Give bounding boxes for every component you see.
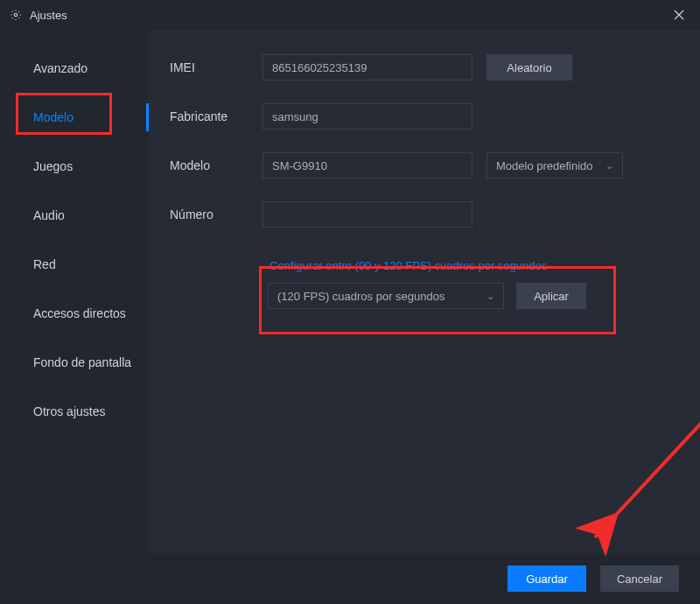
random-button[interactable]: Aleatorio xyxy=(486,54,572,81)
label-fabricante: Fabricante xyxy=(170,109,262,123)
input-imei[interactable] xyxy=(262,54,472,81)
save-button[interactable]: Guardar xyxy=(508,565,586,592)
sidebar-item-label: Juegos xyxy=(33,159,73,173)
row-fabricante: Fabricante xyxy=(170,103,679,130)
fps-block: Configurar entre (90 y 120 FPS) cuadros … xyxy=(262,250,609,321)
sidebar-item-label: Red xyxy=(33,257,56,271)
row-numero: Número xyxy=(170,201,679,228)
close-icon xyxy=(674,10,684,20)
label-numero: Número xyxy=(170,207,262,221)
sidebar-item-label: Fondo de pantalla xyxy=(33,355,131,369)
sidebar-item-label: Modelo xyxy=(33,110,74,124)
preset-model-label: Modelo predefinido xyxy=(496,159,593,172)
sidebar-item-label: Accesos directos xyxy=(33,306,126,320)
fps-selected: (120 FPS) cuadros por segundos xyxy=(277,290,445,303)
sidebar-item-label: Audio xyxy=(33,208,65,222)
svg-line-1 xyxy=(595,415,700,537)
sidebar-item-label: Avanzado xyxy=(33,61,88,75)
sidebar-item-accesos[interactable]: Accesos directos xyxy=(0,292,149,334)
sidebar-item-modelo[interactable]: Modelo xyxy=(0,96,149,138)
sidebar-item-audio[interactable]: Audio xyxy=(0,194,149,236)
row-imei: IMEI Aleatorio xyxy=(170,54,679,81)
sidebar-item-avanzado[interactable]: Avanzado xyxy=(0,47,149,89)
close-button[interactable] xyxy=(667,3,691,27)
body: Avanzado Modelo Juegos Audio Red Accesos… xyxy=(0,30,700,553)
sidebar-item-otros[interactable]: Otros ajustes xyxy=(0,390,149,432)
sidebar: Avanzado Modelo Juegos Audio Red Accesos… xyxy=(0,30,149,553)
window-title: Ajustes xyxy=(30,9,667,22)
titlebar: Ajustes xyxy=(0,0,700,30)
input-numero[interactable] xyxy=(262,201,472,228)
footer: Guardar Cancelar xyxy=(0,553,700,604)
sidebar-item-juegos[interactable]: Juegos xyxy=(0,145,149,187)
sidebar-item-red[interactable]: Red xyxy=(0,243,149,285)
label-imei: IMEI xyxy=(170,60,262,74)
input-fabricante[interactable] xyxy=(262,103,472,130)
sidebar-item-label: Otros ajustes xyxy=(33,404,105,418)
cancel-button[interactable]: Cancelar xyxy=(600,565,679,592)
preset-model-dropdown[interactable]: Modelo predefinido ⌄ xyxy=(486,152,623,179)
gear-icon xyxy=(9,8,23,22)
content-panel: IMEI Aleatorio Fabricante Modelo Modelo … xyxy=(149,30,700,553)
input-modelo[interactable] xyxy=(262,152,472,179)
settings-window: Ajustes Avanzado Modelo Juegos Audio Red… xyxy=(0,0,700,604)
fps-title: Configurar entre (90 y 120 FPS) cuadros … xyxy=(270,259,609,272)
chevron-down-icon: ⌄ xyxy=(606,160,613,172)
label-modelo: Modelo xyxy=(170,158,262,172)
row-modelo: Modelo Modelo predefinido ⌄ xyxy=(170,152,679,179)
annotation-arrow xyxy=(551,406,700,564)
sidebar-item-fondo[interactable]: Fondo de pantalla xyxy=(0,341,149,383)
fps-dropdown[interactable]: (120 FPS) cuadros por segundos ⌄ xyxy=(268,283,504,309)
chevron-down-icon: ⌄ xyxy=(486,291,494,302)
apply-button[interactable]: Aplicar xyxy=(516,283,586,309)
svg-point-0 xyxy=(14,13,18,17)
